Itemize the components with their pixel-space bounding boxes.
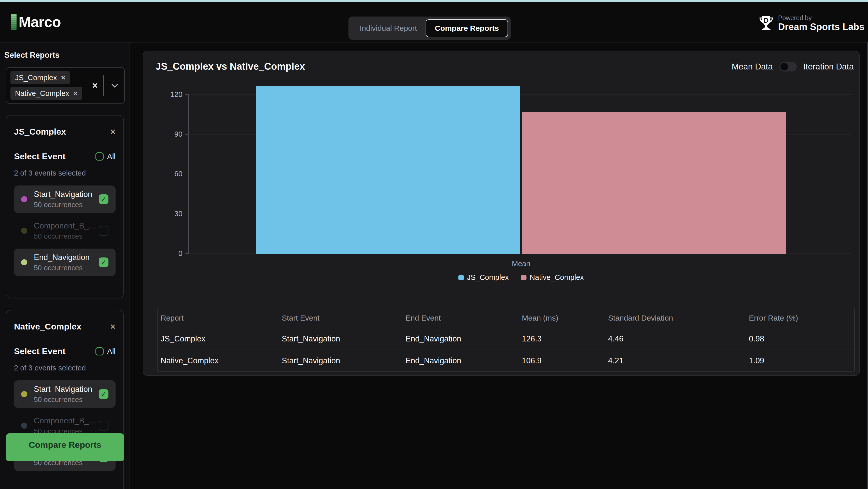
- event-color-dot: [21, 196, 27, 202]
- table-cell: Start_Navigation: [279, 350, 402, 371]
- report-chip: Native_Complex×: [10, 87, 82, 100]
- event-name: Component_B_...: [34, 416, 95, 425]
- y-axis-tick-label: 90: [149, 130, 183, 138]
- table-cell: 4.21: [605, 350, 746, 371]
- event-checkbox[interactable]: [99, 226, 108, 236]
- report-chip-label: Native_Complex: [15, 89, 69, 98]
- event-color-dot: [21, 228, 27, 234]
- table-cell: 4.46: [605, 328, 746, 350]
- event-occurrences: 50 occurrences: [34, 201, 92, 209]
- legend-swatch: [458, 275, 464, 281]
- compare-reports-button[interactable]: Compare Reports: [6, 433, 124, 461]
- table-header-cell: Mean (ms): [519, 308, 605, 328]
- event-checkbox[interactable]: ✓: [99, 258, 108, 267]
- event-item[interactable]: End_Navigation 50 occurrences ✓: [14, 249, 116, 276]
- trophy-icon: D: [758, 14, 774, 32]
- event-name: Component_B_...: [34, 221, 95, 230]
- event-occurrences: 50 occurrences: [34, 232, 95, 240]
- y-axis-tick: [185, 134, 189, 135]
- select-event-label: Select Event: [14, 346, 65, 356]
- table-cell: End_Navigation: [402, 350, 519, 371]
- bar-js-complex: [256, 86, 520, 254]
- event-checkbox[interactable]: [99, 421, 108, 430]
- events-selected-count: 2 of 3 events selected: [14, 169, 116, 177]
- svg-text:D: D: [764, 17, 769, 24]
- event-color-dot: [21, 259, 27, 265]
- report-panel-title: JS_Complex: [14, 127, 66, 137]
- select-all-events[interactable]: All: [95, 152, 116, 161]
- table-cell: 126.3: [519, 328, 605, 350]
- y-axis-tick-label: 0: [149, 249, 183, 258]
- chevron-down-icon[interactable]: [110, 80, 120, 91]
- event-item[interactable]: Start_Navigation 50 occurrences ✓: [14, 380, 116, 408]
- y-axis-tick: [185, 174, 189, 174]
- selected-report-chips: JS_Complex×Native_Complex×: [10, 71, 92, 100]
- legend-item: Native_Complex: [521, 273, 584, 282]
- table-header-cell: Start Event: [279, 308, 402, 328]
- table-cell: 106.9: [519, 350, 605, 371]
- multiselect-controls: ×: [92, 75, 120, 96]
- view-toggle: Individual Report Compare Reports: [348, 17, 510, 40]
- report-panel: JS_Complex × Select Event All 2 of 3 eve…: [6, 115, 124, 298]
- comparison-card: JS_Complex vs Native_Complex Mean Data I…: [143, 51, 860, 376]
- table-header-cell: Error Rate (%): [746, 308, 854, 328]
- select-all-checkbox[interactable]: [95, 347, 103, 355]
- close-icon[interactable]: ×: [110, 127, 116, 136]
- y-axis-tick-label: 60: [149, 170, 183, 178]
- table-cell: End_Navigation: [402, 328, 519, 350]
- report-panels: JS_Complex × Select Event All 2 of 3 eve…: [0, 115, 130, 489]
- select-all-checkbox[interactable]: [95, 153, 103, 161]
- select-all-label: All: [107, 152, 116, 161]
- select-reports-label: Select Reports: [4, 51, 130, 60]
- table-header-cell: End Event: [402, 308, 519, 328]
- report-multiselect[interactable]: JS_Complex×Native_Complex× ×: [6, 67, 125, 103]
- close-icon[interactable]: ×: [110, 322, 116, 331]
- powered-by: D Powered by Dream Sports Labs: [758, 14, 864, 32]
- brand-name: Dream Sports Labs: [778, 22, 864, 33]
- legend-swatch: [521, 275, 527, 281]
- event-color-dot: [21, 391, 27, 397]
- event-item[interactable]: Start_Navigation 50 occurrences ✓: [14, 186, 116, 213]
- event-name: End_Navigation: [34, 253, 90, 262]
- event-checkbox[interactable]: ✓: [99, 389, 108, 399]
- top-accent-strip: [0, 0, 868, 2]
- y-axis-tick-label: 120: [149, 90, 183, 99]
- table-row: Native_ComplexStart_NavigationEnd_Naviga…: [158, 350, 854, 371]
- bar-native-complex: [522, 112, 786, 254]
- select-all-events[interactable]: All: [95, 347, 116, 356]
- tab-individual-report[interactable]: Individual Report: [351, 24, 426, 33]
- x-axis-label: Mean: [512, 260, 530, 268]
- bar-chart: 0306090120MeanJS_ComplexNative_Complex: [143, 52, 860, 296]
- legend-item: JS_Complex: [458, 273, 508, 282]
- event-item[interactable]: Component_B_... 50 occurrences: [14, 217, 116, 244]
- comparison-table: ReportStart EventEnd EventMean (ms)Stand…: [157, 308, 855, 372]
- table-header-cell: Standard Deviation: [605, 308, 746, 328]
- tab-compare-reports[interactable]: Compare Reports: [426, 19, 508, 37]
- powered-by-label: Powered by: [778, 14, 864, 22]
- logo: Marco: [11, 13, 61, 30]
- y-axis-tick-label: 30: [149, 210, 183, 218]
- scrollbar[interactable]: [867, 42, 868, 489]
- report-chip-label: JS_Complex: [15, 73, 57, 82]
- events-selected-count: 2 of 3 events selected: [14, 364, 116, 372]
- chip-remove-icon[interactable]: ×: [73, 90, 78, 97]
- table-header-cell: Report: [158, 308, 279, 328]
- event-name: Start_Navigation: [34, 385, 92, 394]
- event-name: Start_Navigation: [34, 190, 92, 199]
- logo-mark-icon: [11, 14, 17, 30]
- table-cell: Start_Navigation: [279, 328, 402, 350]
- event-occurrences: 50 occurrences: [34, 396, 92, 404]
- logo-text: Marco: [19, 13, 61, 30]
- table-cell: Native_Complex: [158, 350, 279, 371]
- chip-remove-icon[interactable]: ×: [61, 74, 65, 82]
- legend-label: JS_Complex: [467, 273, 508, 282]
- header: Marco Individual Report Compare Reports …: [0, 2, 868, 42]
- table-cell: 1.09: [746, 350, 854, 371]
- legend-label: Native_Complex: [530, 273, 584, 282]
- chart-legend: JS_ComplexNative_Complex: [458, 273, 584, 282]
- sidebar: Select Reports JS_Complex×Native_Complex…: [0, 42, 130, 489]
- table-cell: JS_Complex: [158, 328, 279, 350]
- event-checkbox[interactable]: ✓: [99, 194, 108, 204]
- table-cell: 0.98: [746, 328, 854, 350]
- clear-all-icon[interactable]: ×: [92, 80, 98, 90]
